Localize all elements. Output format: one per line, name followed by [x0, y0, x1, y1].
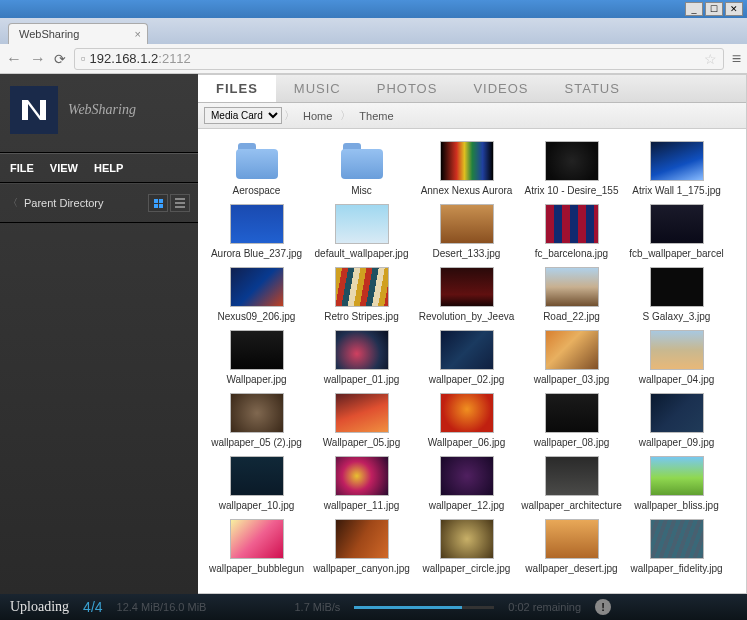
- file-item[interactable]: fc_barcelona.jpg: [519, 200, 624, 261]
- file-item[interactable]: wallpaper_09.jpg: [624, 389, 729, 450]
- media-source-select[interactable]: Media Card: [204, 107, 282, 124]
- file-item[interactable]: wallpaper_circle.jpg: [414, 515, 519, 576]
- file-item[interactable]: Annex Nexus Aurora: [414, 137, 519, 198]
- item-label: wallpaper_desert.jpg: [521, 563, 622, 574]
- file-item[interactable]: default_wallpaper.jpg: [309, 200, 414, 261]
- thumbnail: [230, 267, 284, 307]
- file-item[interactable]: Revolution_by_Jeeva: [414, 263, 519, 324]
- browser-tab[interactable]: WebSharing ×: [8, 23, 148, 44]
- reload-button[interactable]: ⟳: [54, 51, 66, 67]
- page-icon: ▫: [81, 51, 86, 66]
- window-maximize-button[interactable]: ☐: [705, 2, 723, 16]
- item-label: wallpaper_03.jpg: [521, 374, 622, 385]
- file-item[interactable]: wallpaper_04.jpg: [624, 326, 729, 387]
- bookmark-star-icon[interactable]: ☆: [704, 51, 717, 67]
- file-item[interactable]: Wallpaper.jpg: [204, 326, 309, 387]
- thumbnail: [335, 519, 389, 559]
- tab-photos[interactable]: PHOTOS: [359, 75, 456, 102]
- file-item[interactable]: wallpaper_architecture: [519, 452, 624, 513]
- thumbnail: [335, 204, 389, 244]
- file-item[interactable]: Aurora Blue_237.jpg: [204, 200, 309, 261]
- file-item[interactable]: wallpaper_desert.jpg: [519, 515, 624, 576]
- file-item[interactable]: Nexus09_206.jpg: [204, 263, 309, 324]
- file-item[interactable]: wallpaper_05 (2).jpg: [204, 389, 309, 450]
- upload-status-bar: Uploading 4/4 12.4 MiB/16.0 MiB 1.7 MiB/…: [0, 594, 747, 620]
- view-toggle: [148, 194, 190, 212]
- file-item[interactable]: Desert_133.jpg: [414, 200, 519, 261]
- back-button[interactable]: ←: [6, 50, 22, 68]
- menu-help[interactable]: HELP: [94, 162, 123, 174]
- file-item[interactable]: wallpaper_bliss.jpg: [624, 452, 729, 513]
- address-bar[interactable]: ▫ 192.168.1.2:2112 ☆: [74, 48, 724, 70]
- window-close-button[interactable]: ✕: [725, 2, 743, 16]
- thumbnail: [545, 393, 599, 433]
- file-item[interactable]: Road_22.jpg: [519, 263, 624, 324]
- menu-file[interactable]: FILE: [10, 162, 34, 174]
- thumbnail: [545, 519, 599, 559]
- file-item[interactable]: wallpaper_canyon.jpg: [309, 515, 414, 576]
- folder-item[interactable]: Misc: [309, 137, 414, 198]
- item-label: wallpaper_09.jpg: [626, 437, 727, 448]
- file-item[interactable]: wallpaper_fidelity.jpg: [624, 515, 729, 576]
- file-item[interactable]: wallpaper_bubblegun: [204, 515, 309, 576]
- thumbnail: [440, 267, 494, 307]
- item-label: Wallpaper.jpg: [206, 374, 307, 385]
- list-view-button[interactable]: [170, 194, 190, 212]
- file-item[interactable]: wallpaper_03.jpg: [519, 326, 624, 387]
- section-tabs: FILESMUSICPHOTOSVIDEOSSTATUS: [198, 75, 746, 103]
- tab-videos[interactable]: VIDEOS: [455, 75, 546, 102]
- thumbnail: [650, 393, 704, 433]
- item-label: wallpaper_05 (2).jpg: [206, 437, 307, 448]
- crumb-theme[interactable]: Theme: [353, 108, 399, 124]
- item-label: wallpaper_02.jpg: [416, 374, 517, 385]
- item-label: Nexus09_206.jpg: [206, 311, 307, 322]
- main-panel: FILESMUSICPHOTOSVIDEOSSTATUS Media Card …: [198, 74, 747, 594]
- file-item[interactable]: wallpaper_11.jpg: [309, 452, 414, 513]
- file-item[interactable]: Wallpaper_05.jpg: [309, 389, 414, 450]
- window-titlebar: _ ☐ ✕: [0, 0, 747, 18]
- thumbnail: [650, 204, 704, 244]
- item-label: Retro Stripes.jpg: [311, 311, 412, 322]
- browser-tab-title: WebSharing: [19, 28, 79, 40]
- file-item[interactable]: Atrix 10 - Desire_155: [519, 137, 624, 198]
- file-item[interactable]: Atrix Wall 1_175.jpg: [624, 137, 729, 198]
- file-item[interactable]: wallpaper_01.jpg: [309, 326, 414, 387]
- forward-button[interactable]: →: [30, 50, 46, 68]
- parent-directory-link[interactable]: Parent Directory: [24, 197, 148, 209]
- app-name: WebSharing: [68, 102, 136, 118]
- url-port: :2112: [158, 51, 191, 66]
- thumbnail: [335, 456, 389, 496]
- thumbnail: [230, 330, 284, 370]
- menu-view[interactable]: VIEW: [50, 162, 78, 174]
- app-logo-icon: [10, 86, 58, 134]
- browser-menu-icon[interactable]: ≡: [732, 50, 741, 68]
- grid-view-button[interactable]: [148, 194, 168, 212]
- tab-close-icon[interactable]: ×: [135, 28, 141, 40]
- file-item[interactable]: Wallpaper_06.jpg: [414, 389, 519, 450]
- item-label: Annex Nexus Aurora: [416, 185, 517, 196]
- file-item[interactable]: fcb_wallpaper_barcel: [624, 200, 729, 261]
- thumbnail: [650, 519, 704, 559]
- tab-files[interactable]: FILES: [198, 75, 276, 102]
- file-grid-scroll[interactable]: AerospaceMiscAnnex Nexus AuroraAtrix 10 …: [198, 129, 746, 593]
- item-label: wallpaper_10.jpg: [206, 500, 307, 511]
- crumb-home[interactable]: Home: [297, 108, 338, 124]
- window-minimize-button[interactable]: _: [685, 2, 703, 16]
- thumbnail: [230, 393, 284, 433]
- file-item[interactable]: S Galaxy_3.jpg: [624, 263, 729, 324]
- item-label: fcb_wallpaper_barcel: [626, 248, 727, 259]
- url-host: 192.168.1.2: [90, 51, 159, 66]
- upload-info-icon[interactable]: !: [595, 599, 611, 615]
- file-item[interactable]: wallpaper_02.jpg: [414, 326, 519, 387]
- folder-item[interactable]: Aerospace: [204, 137, 309, 198]
- file-item[interactable]: wallpaper_12.jpg: [414, 452, 519, 513]
- item-label: Road_22.jpg: [521, 311, 622, 322]
- tab-music[interactable]: MUSIC: [276, 75, 359, 102]
- file-item[interactable]: wallpaper_10.jpg: [204, 452, 309, 513]
- file-item[interactable]: Retro Stripes.jpg: [309, 263, 414, 324]
- crumb-sep-icon: 〉: [284, 108, 295, 123]
- item-label: wallpaper_04.jpg: [626, 374, 727, 385]
- tab-status[interactable]: STATUS: [547, 75, 638, 102]
- file-item[interactable]: wallpaper_08.jpg: [519, 389, 624, 450]
- item-label: wallpaper_architecture: [521, 500, 622, 511]
